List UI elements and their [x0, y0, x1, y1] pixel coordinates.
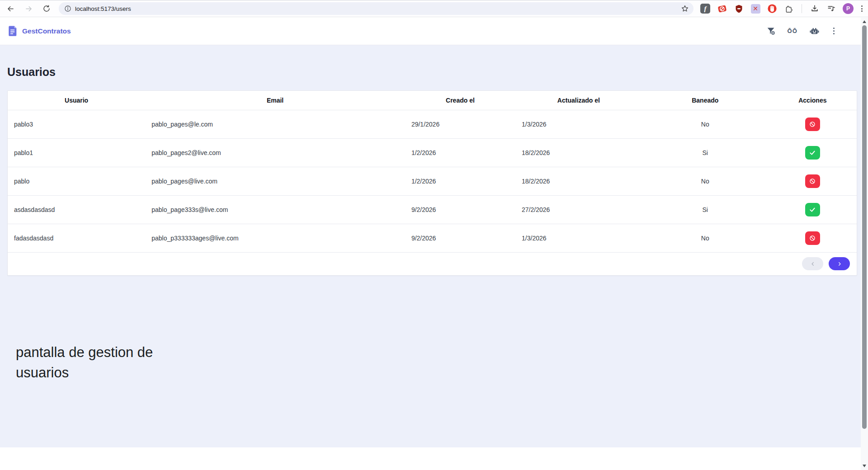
chevron-left-icon: [810, 261, 816, 267]
cell-email: pablo_p333333ages@live.com: [145, 224, 405, 252]
downloads-icon[interactable]: [809, 3, 820, 14]
cell-creado-el: 1/2/2026: [405, 138, 515, 167]
toggle-ban-button[interactable]: [805, 203, 820, 216]
cell-acciones: [769, 138, 857, 167]
users-table: Usuario Email Creado el Actualizado el B…: [8, 91, 857, 253]
check-icon: [809, 149, 816, 156]
site-info-icon[interactable]: [64, 5, 71, 12]
filter-icon[interactable]: [766, 26, 776, 36]
scrollbar-thumb[interactable]: [862, 25, 867, 429]
screen-description-text: pantalla de gestion de usuarios: [16, 342, 183, 383]
extensions-puzzle-icon[interactable]: [783, 3, 794, 14]
cell-usuario: pablo3: [8, 110, 145, 138]
ban-icon: [809, 121, 816, 128]
cell-email: pablo_page333s@live.com: [145, 195, 405, 224]
profile-avatar[interactable]: P: [843, 3, 854, 14]
cell-actualizado-el: 18/2/2026: [515, 138, 642, 167]
cell-usuario: fadasdasdasd: [8, 224, 145, 252]
robot-icon[interactable]: [809, 26, 820, 36]
cell-acciones: [769, 110, 857, 138]
app-menu-icon[interactable]: [831, 26, 836, 36]
extension-hand-blocker-icon[interactable]: [767, 3, 778, 14]
table-row: pablo pablo_pages@live.com 1/2/2026 18/2…: [8, 167, 857, 195]
users-page: Usuarios Usuario Email Creado el Actuali…: [0, 45, 868, 447]
extension-shield-icon[interactable]: [733, 3, 744, 14]
toggle-ban-button[interactable]: [805, 231, 820, 245]
col-creado-el: Creado el: [405, 91, 515, 110]
cell-acciones: [769, 224, 857, 252]
scroll-up-icon[interactable]: [861, 19, 868, 25]
pagination-prev-button[interactable]: [802, 257, 823, 270]
table-row: pablo1 pablo_pages2@live.com 1/2/2026 18…: [8, 138, 857, 167]
cell-baneado: No: [642, 167, 769, 195]
cell-usuario: pablo1: [8, 138, 145, 167]
cell-baneado: Si: [642, 138, 769, 167]
cell-email: pablo_pages@live.com: [145, 167, 405, 195]
vertical-scrollbar[interactable]: [861, 18, 868, 470]
cell-baneado: No: [642, 110, 769, 138]
table-row: pablo3 pablo_pages@le.com 29/1/2026 1/3/…: [8, 110, 857, 138]
browser-toolbar: localhost:5173/users f ✕ P: [0, 0, 868, 17]
col-usuario: Usuario: [8, 91, 145, 110]
cell-actualizado-el: 18/2/2026: [515, 167, 642, 195]
toggle-ban-button[interactable]: [805, 118, 820, 131]
cell-creado-el: 29/1/2026: [405, 110, 515, 138]
extension-f-icon[interactable]: f: [700, 3, 711, 14]
cell-creado-el: 9/2/2026: [405, 224, 515, 252]
document-icon: [8, 25, 18, 37]
table-header-row: Usuario Email Creado el Actualizado el B…: [8, 91, 857, 110]
cell-baneado: No: [642, 224, 769, 252]
reload-icon[interactable]: [41, 3, 52, 14]
col-email: Email: [145, 91, 405, 110]
extension-adblock-icon[interactable]: [717, 3, 727, 14]
users-table-card: Usuario Email Creado el Actualizado el B…: [7, 90, 857, 276]
col-acciones: Acciones: [769, 91, 857, 110]
table-row: asdasdasdasd pablo_page333s@live.com 9/2…: [8, 195, 857, 224]
app-header: GestContratos ŌŌ: [0, 17, 868, 45]
cell-actualizado-el: 1/3/2026: [515, 110, 642, 138]
cell-acciones: [769, 195, 857, 224]
cell-actualizado-el: 27/2/2026: [515, 195, 642, 224]
col-baneado: Baneado: [642, 91, 769, 110]
cell-creado-el: 1/2/2026: [405, 167, 515, 195]
url-text[interactable]: localhost:5173/users: [75, 5, 681, 12]
cell-email: pablo_pages2@live.com: [145, 138, 405, 167]
brand-name[interactable]: GestContratos: [22, 27, 71, 35]
cell-email: pablo_pages@le.com: [145, 110, 405, 138]
chevron-right-icon: [837, 261, 842, 267]
back-icon[interactable]: [5, 3, 16, 14]
browser-menu-icon[interactable]: [859, 4, 864, 14]
brand-link[interactable]: GestContratos: [8, 25, 71, 37]
col-actualizado-el: Actualizado el: [515, 91, 642, 110]
check-icon: [809, 206, 816, 213]
pagination: [8, 253, 857, 275]
scroll-down-icon[interactable]: [861, 463, 868, 469]
cell-baneado: Si: [642, 195, 769, 224]
toggle-ban-button[interactable]: [805, 174, 820, 188]
cell-usuario: asdasdasdasd: [8, 195, 145, 224]
forward-icon[interactable]: [23, 3, 34, 14]
toolbar-separator: [802, 4, 802, 13]
ban-icon: [809, 178, 816, 185]
page-bottom-whitespace: [0, 447, 868, 470]
pagination-next-button[interactable]: [829, 257, 850, 270]
toggle-ban-button[interactable]: [805, 146, 820, 160]
cell-actualizado-el: 1/3/2026: [515, 224, 642, 252]
bookmark-star-icon[interactable]: [681, 5, 689, 13]
media-controls-icon[interactable]: [826, 3, 837, 14]
table-row: fadasdasdasd pablo_p333333ages@live.com …: [8, 224, 857, 252]
cell-usuario: pablo: [8, 167, 145, 195]
cell-acciones: [769, 167, 857, 195]
ban-icon: [809, 235, 816, 242]
url-bar[interactable]: localhost:5173/users: [59, 2, 693, 15]
extension-map-x-icon[interactable]: ✕: [750, 3, 761, 14]
page-title: Usuarios: [7, 45, 857, 79]
counter-icon[interactable]: ŌŌ: [788, 28, 797, 34]
cell-creado-el: 9/2/2026: [405, 195, 515, 224]
